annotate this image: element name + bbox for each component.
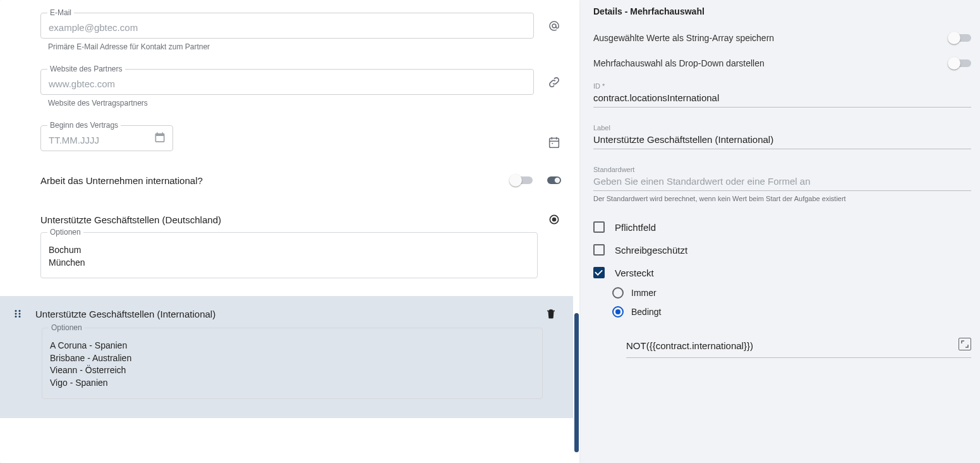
germany-options-label: Optionen <box>47 228 83 237</box>
svg-point-7 <box>19 310 21 312</box>
list-item: A Coruna - Spanien <box>50 340 535 352</box>
germany-options-box[interactable]: Optionen Bochum München <box>40 232 538 278</box>
panel-title: Details - Mehrfachauswahl <box>593 6 971 16</box>
svg-point-3 <box>555 178 560 183</box>
website-helper: Website des Vertragspartners <box>48 99 533 108</box>
email-field[interactable]: E-Mail example@gbtec.com <box>40 13 534 39</box>
form-builder-canvas: E-Mail example@gbtec.com Primäre E-Mail … <box>0 0 579 463</box>
id-field-label: ID * <box>593 82 971 90</box>
default-value-label: Standardwert <box>593 166 971 173</box>
delete-button[interactable] <box>541 307 560 320</box>
selected-card-title: Unterstützte Geschäftstellen (Internatio… <box>35 309 541 319</box>
list-item: München <box>49 257 529 269</box>
international-options-label: Optionen <box>49 323 85 332</box>
dropdown-toggle-label: Mehrfachauswahl als Drop-Down darstellen <box>593 58 950 68</box>
readonly-checkbox-label: Schreibgeschützt <box>615 245 687 256</box>
international-toggle-label: Arbeit das Unternehmen international? <box>40 175 511 186</box>
required-checkbox-label: Pflichtfeld <box>615 222 656 233</box>
id-field[interactable]: ID * contract.locationsInternational <box>593 82 971 108</box>
label-field-label: Label <box>593 124 971 132</box>
required-checkbox[interactable] <box>593 221 605 233</box>
list-item: Vieann - Österreich <box>50 364 535 377</box>
required-checkbox-row: Pflichtfeld <box>593 221 971 233</box>
string-array-toggle-label: Ausgewählte Werte als String-Array speic… <box>593 33 950 43</box>
expand-formula-icon[interactable] <box>959 338 971 350</box>
toggle-type-icon <box>541 174 567 187</box>
multiselect-type-icon <box>541 213 567 226</box>
international-options-box[interactable]: Optionen A Coruna - Spanien Brisbane - A… <box>42 328 543 398</box>
website-label: Website des Partners <box>47 65 125 73</box>
start-date-field[interactable]: Beginn des Vertrags TT.MM.JJJJ <box>40 125 173 151</box>
default-value-helper: Der Standardwert wird berechnet, wenn ke… <box>593 195 971 202</box>
list-item: Brisbane - Australien <box>50 352 535 365</box>
scrollbar[interactable] <box>573 0 579 463</box>
field-row-website: Website des Partners www.gbtec.com Websi… <box>0 56 579 113</box>
field-row-email: E-Mail example@gbtec.com Primäre E-Mail … <box>0 0 579 56</box>
list-item: Bochum <box>49 244 529 257</box>
string-array-toggle-row: Ausgewählte Werte als String-Array speic… <box>593 32 971 44</box>
svg-point-11 <box>19 316 21 318</box>
label-field[interactable]: Label Unterstützte Geschäftstellen (Inte… <box>593 124 971 149</box>
email-placeholder: example@gbtec.com <box>49 22 138 33</box>
hidden-mode-conditional-radio[interactable] <box>612 306 624 318</box>
default-value-field[interactable]: Standardwert Geben Sie einen Standardwer… <box>593 166 971 191</box>
dropdown-toggle-row: Mehrfachauswahl als Drop-Down darstellen <box>593 57 971 70</box>
email-helper: Primäre E-Mail Adresse für Kontakt zum P… <box>48 42 533 51</box>
svg-point-8 <box>15 313 17 315</box>
start-date-label: Beginn des Vertrags <box>47 121 121 130</box>
string-array-toggle[interactable] <box>950 32 971 44</box>
international-toggle[interactable] <box>511 174 533 187</box>
hidden-checkbox-row: Versteckt <box>593 267 971 278</box>
section-germany-title: Unterstützte Geschäftstellen (Deutschlan… <box>40 214 541 225</box>
svg-point-6 <box>15 310 17 312</box>
link-icon <box>541 75 567 89</box>
hidden-mode-always-row: Immer <box>612 287 971 299</box>
readonly-checkbox-row: Schreibgeschützt <box>593 244 971 256</box>
drag-handle-icon[interactable] <box>6 308 29 319</box>
hidden-mode-conditional-label: Bedingt <box>631 307 661 317</box>
id-field-value: contract.locationsInternational <box>593 92 719 103</box>
start-date-placeholder: TT.MM.JJJJ <box>49 135 99 145</box>
at-icon <box>541 19 567 33</box>
svg-point-10 <box>15 316 17 318</box>
svg-point-9 <box>19 313 21 315</box>
hidden-mode-always-radio[interactable] <box>612 287 624 299</box>
hidden-checkbox[interactable] <box>593 267 605 278</box>
field-row-start-date: Beginn des Vertrags TT.MM.JJJJ <box>0 113 579 156</box>
svg-point-5 <box>552 218 557 222</box>
international-toggle-row: Arbeit das Unternehmen international? <box>0 156 579 199</box>
hidden-mode-group: Immer Bedingt <box>612 287 971 318</box>
condition-formula-field[interactable]: NOT({{contract.international}}) <box>626 334 971 358</box>
svg-rect-1 <box>550 139 559 148</box>
label-field-value: Unterstützte Geschäftstellen (Internatio… <box>593 134 773 145</box>
email-label: E-Mail <box>47 8 74 17</box>
website-placeholder: www.gbtec.com <box>49 78 115 89</box>
calendar-type-icon <box>541 135 567 149</box>
hidden-mode-always-label: Immer <box>631 288 656 298</box>
dropdown-toggle[interactable] <box>950 57 971 70</box>
website-field[interactable]: Website des Partners www.gbtec.com <box>40 69 534 95</box>
properties-panel: Details - Mehrfachauswahl Ausgewählte We… <box>579 0 980 463</box>
svg-point-0 <box>552 24 556 28</box>
list-item: Vigo - Spanien <box>50 377 535 390</box>
readonly-checkbox[interactable] <box>593 244 605 256</box>
default-value-placeholder: Geben Sie einen Standardwert oder eine F… <box>593 176 811 187</box>
condition-formula-value: NOT({{contract.international}}) <box>626 340 753 351</box>
section-germany-head: Unterstützte Geschäftstellen (Deutschlan… <box>0 199 579 226</box>
hidden-mode-conditional-row: Bedingt <box>612 306 971 318</box>
selected-field-card[interactable]: Unterstützte Geschäftstellen (Internatio… <box>0 296 579 417</box>
hidden-checkbox-label: Versteckt <box>615 268 654 278</box>
calendar-icon[interactable] <box>154 131 166 145</box>
